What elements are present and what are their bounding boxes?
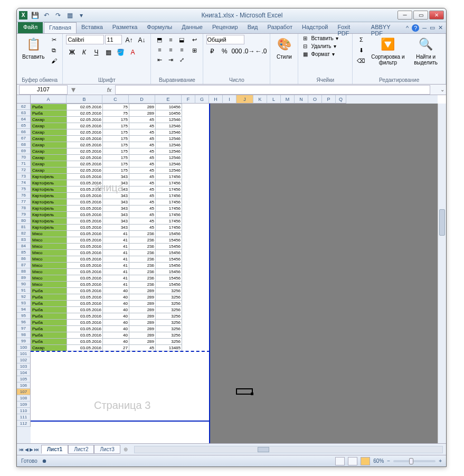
cell[interactable]: 41 xyxy=(103,263,129,269)
cell[interactable]: Сахар xyxy=(31,129,67,136)
table-row[interactable]: Сахар02.05.20161754512546 xyxy=(31,155,182,161)
cell[interactable]: 03.05.2016 xyxy=(67,282,103,288)
tab-главная[interactable]: Главная xyxy=(44,22,77,33)
col-header-P[interactable]: P xyxy=(322,95,336,104)
cell[interactable]: 3256 xyxy=(156,320,182,326)
row-header-89[interactable]: 89 xyxy=(17,275,31,281)
cell[interactable]: 03.05.2016 xyxy=(67,294,103,301)
cell[interactable]: 12546 xyxy=(156,129,182,136)
zoom-slider[interactable] xyxy=(393,460,435,462)
cell[interactable]: 12546 xyxy=(156,167,182,174)
cell[interactable]: 40 xyxy=(103,301,129,307)
cell[interactable]: 12546 xyxy=(156,117,182,123)
cell[interactable]: 343 xyxy=(103,180,129,186)
sheet-tab-Лист1[interactable]: Лист1 xyxy=(41,445,68,454)
cell[interactable]: 03.05.2016 xyxy=(67,313,103,320)
minimize-ribbon-icon[interactable]: ^ xyxy=(406,25,409,31)
row-header-79[interactable]: 79 xyxy=(17,211,31,218)
cell[interactable]: 03.05.2016 xyxy=(67,275,103,282)
cell[interactable]: 45 xyxy=(129,148,156,155)
copy-button[interactable]: ⧉ xyxy=(49,45,59,55)
table-row[interactable]: Сахар02.05.20161754512546 xyxy=(31,123,182,129)
row-header-104[interactable]: 104 xyxy=(17,370,31,376)
first-sheet-icon[interactable]: ⏮ xyxy=(19,447,24,452)
row-header-69[interactable]: 69 xyxy=(17,148,31,154)
col-header-E[interactable]: E xyxy=(155,95,182,104)
col-header-I[interactable]: I xyxy=(223,95,236,104)
row-header-82[interactable]: 82 xyxy=(17,230,31,237)
cell[interactable]: Мясо xyxy=(31,237,67,244)
cell[interactable]: 41 xyxy=(103,256,129,263)
cell[interactable]: 40 xyxy=(103,307,129,313)
cell[interactable]: Рыба xyxy=(31,110,67,117)
cell[interactable]: 17456 xyxy=(156,212,182,218)
undo-button[interactable]: ↶ xyxy=(41,10,52,21)
cell[interactable]: 175 xyxy=(103,161,129,167)
align-bottom-button[interactable]: ⬓ xyxy=(176,35,187,44)
fill-color-button[interactable]: 🪣 xyxy=(115,47,126,58)
row-header-84[interactable]: 84 xyxy=(17,243,31,249)
tab-foxit pdf[interactable]: Foxit PDF xyxy=(333,22,366,33)
sort-filter-button[interactable]: 🔽 Сортировка и фильтр xyxy=(368,35,407,67)
hscroll-thumb[interactable] xyxy=(258,447,269,452)
fx-icon[interactable]: fx xyxy=(103,87,115,93)
cell[interactable]: 45 xyxy=(129,155,156,161)
cell[interactable]: 45 xyxy=(129,225,156,231)
cell[interactable]: Мясо xyxy=(31,275,67,282)
cell[interactable]: Сахар xyxy=(31,155,67,161)
cell[interactable]: 175 xyxy=(103,155,129,161)
align-center-button[interactable]: ≡ xyxy=(165,45,176,54)
cell[interactable]: 10456 xyxy=(156,104,182,110)
row-header-70[interactable]: 70 xyxy=(17,154,31,161)
cell[interactable]: 175 xyxy=(103,129,129,136)
cell[interactable]: Рыба xyxy=(31,320,67,326)
cell[interactable]: 17456 xyxy=(156,193,182,199)
cell[interactable]: Рыба xyxy=(31,104,67,110)
cell[interactable]: 343 xyxy=(103,186,129,193)
font-color-button[interactable]: A xyxy=(127,47,138,58)
table-row[interactable]: Рыба03.05.2016402893256 xyxy=(31,320,182,326)
styles-button[interactable]: 🎨 Стили xyxy=(273,35,295,61)
row-header-92[interactable]: 92 xyxy=(17,294,31,300)
row-header-72[interactable]: 72 xyxy=(17,167,31,173)
normal-view-button[interactable] xyxy=(335,457,345,465)
tab-надстрой[interactable]: Надстрой xyxy=(297,22,333,33)
last-sheet-icon[interactable]: ⏭ xyxy=(34,447,39,452)
cell[interactable]: 41 xyxy=(103,250,129,256)
cell[interactable]: 3256 xyxy=(156,307,182,313)
col-header-L[interactable]: L xyxy=(267,95,281,104)
close-button[interactable]: ✕ xyxy=(429,11,444,20)
cell[interactable]: Картофель xyxy=(31,206,67,212)
decrease-decimal-button[interactable]: ←.0 xyxy=(255,46,267,57)
row-header-86[interactable]: 86 xyxy=(17,256,31,262)
cell[interactable]: 02.05.2016 xyxy=(67,110,103,117)
cell[interactable]: 41 xyxy=(103,282,129,288)
cell[interactable]: Картофель xyxy=(31,193,67,199)
cell[interactable]: 45 xyxy=(129,199,156,206)
cell[interactable]: 17456 xyxy=(156,186,182,193)
cell[interactable]: 45 xyxy=(129,123,156,129)
cell[interactable]: 289 xyxy=(129,110,156,117)
col-header-J[interactable]: J xyxy=(236,95,253,104)
cell[interactable]: 41 xyxy=(103,269,129,275)
select-all-corner[interactable] xyxy=(17,95,31,104)
row-header-109[interactable]: 109 xyxy=(17,402,31,408)
cell[interactable]: 40 xyxy=(103,313,129,320)
cut-button[interactable]: ✂ xyxy=(49,35,59,44)
tab-разметка[interactable]: Разметка xyxy=(108,22,143,33)
macro-record-icon[interactable]: ⏺ xyxy=(42,458,47,464)
insert-cells-button[interactable]: ⊞Вставить ▾ xyxy=(301,35,349,42)
sheet-tab-Лист2[interactable]: Лист2 xyxy=(68,445,94,454)
column-headers[interactable]: ABCDEFGHIJKLMNOPQ xyxy=(31,95,438,104)
cell[interactable]: 40 xyxy=(103,288,129,294)
cell[interactable]: 40 xyxy=(103,326,129,332)
table-row[interactable]: Рыба03.05.2016402893256 xyxy=(31,307,182,313)
cell[interactable]: 02.05.2016 xyxy=(67,142,103,148)
cell[interactable]: 17456 xyxy=(156,218,182,225)
cell[interactable]: Мясо xyxy=(31,269,67,275)
row-header-95[interactable]: 95 xyxy=(17,313,31,319)
align-right-button[interactable]: ≡ xyxy=(176,45,187,54)
row-header-87[interactable]: 87 xyxy=(17,262,31,268)
table-row[interactable]: Сахар02.05.20161754512546 xyxy=(31,161,182,167)
cell[interactable]: 03.05.2016 xyxy=(67,326,103,332)
